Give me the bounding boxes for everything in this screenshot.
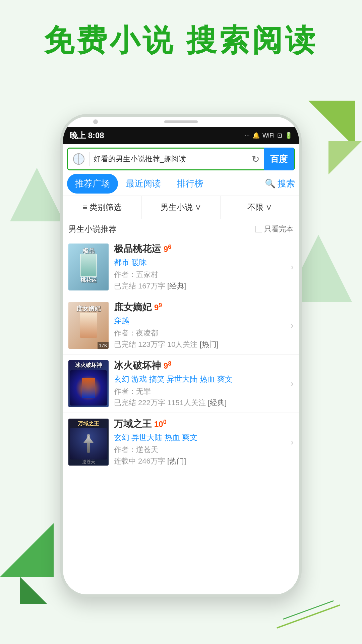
phone-camera bbox=[93, 119, 98, 124]
book-arrow-1: › bbox=[291, 320, 294, 331]
book-rating-0: 96 bbox=[164, 244, 171, 254]
battery-icon: 🔋 bbox=[285, 132, 292, 139]
bg-triangle-top-right bbox=[308, 101, 355, 148]
book-title-row-3: 万域之王 100 bbox=[114, 418, 288, 430]
search-label: 搜索 bbox=[278, 178, 295, 190]
screen-icon: ⊡ bbox=[277, 132, 282, 139]
book-info-1: 庶女嫡妃 99 穿越 作者：夜凌都 已完结 123万字 10人关注 [热门] bbox=[114, 301, 288, 350]
bg-triangle-bottom-left bbox=[0, 523, 54, 577]
url-divider bbox=[89, 152, 90, 166]
book-genre-3: 玄幻 异世大陆 热血 爽文 bbox=[114, 432, 288, 443]
status-bar: 晚上 8:08 ··· 🔔 WiFi ⊡ 🔋 bbox=[63, 127, 299, 144]
filter-gender[interactable]: 男生小说 ∨ bbox=[142, 196, 221, 219]
book-item-0[interactable]: 极品 桃花运 极品桃花运 96 都市 暖昧 作者：五家村 已完结 167万字 [… bbox=[63, 238, 299, 296]
book-genre-1: 穿越 bbox=[114, 316, 288, 326]
book-item-3[interactable]: 万域之王 逆苍天 万域之王 100 玄幻 异世大陆 热血 爽文 作者：逆苍天 连… bbox=[63, 413, 299, 471]
tab-ranking[interactable]: 排行榜 bbox=[169, 174, 211, 194]
book-cover-3: 万域之王 逆苍天 bbox=[68, 419, 109, 466]
book-author-3: 作者：逆苍天 bbox=[114, 445, 288, 455]
bg-triangle-mid-right bbox=[328, 141, 362, 174]
page-title: 免费小说 搜索阅读 bbox=[0, 20, 362, 61]
book-arrow-3: › bbox=[291, 437, 294, 447]
tab-search[interactable]: 🔍 搜索 bbox=[265, 178, 295, 190]
phone-top bbox=[63, 117, 299, 127]
book-rating-3: 100 bbox=[154, 419, 167, 429]
filter-category[interactable]: ≡ 类别筛选 bbox=[63, 196, 142, 219]
book-author-0: 作者：五家村 bbox=[114, 270, 288, 280]
book-genre-2: 玄幻 游戏 搞笑 异世大陆 热血 爽文 bbox=[114, 374, 288, 384]
mute-icon: 🔔 bbox=[252, 132, 260, 139]
book-item-2[interactable]: 冰火破坏神 冰火破坏神 98 玄幻 游戏 搞笑 异世大陆 热血 爽文 作者：无罪… bbox=[63, 355, 299, 413]
book-meta-2: 已完结 222万字 1151人关注 [经典] bbox=[114, 398, 288, 408]
globe-icon bbox=[73, 153, 84, 165]
book-cover-2: 冰火破坏神 bbox=[68, 360, 109, 407]
status-icons: ··· 🔔 WiFi ⊡ 🔋 bbox=[245, 132, 292, 139]
book-arrow-2: › bbox=[291, 378, 294, 389]
status-time: 晚上 8:08 bbox=[70, 130, 104, 141]
book-list: 极品 桃花运 极品桃花运 96 都市 暖昧 作者：五家村 已完结 167万字 [… bbox=[63, 238, 299, 471]
book-title-row-1: 庶女嫡妃 99 bbox=[114, 301, 288, 314]
book-rating-2: 98 bbox=[164, 360, 171, 371]
refresh-button[interactable]: ↻ bbox=[247, 151, 264, 167]
book-info-2: 冰火破坏神 98 玄幻 游戏 搞笑 异世大陆 热血 爽文 作者：无罪 已完结 2… bbox=[114, 359, 288, 408]
phone-mockup: 晚上 8:08 ··· 🔔 WiFi ⊡ 🔋 好看的男生小说推荐_趣阅读 ↻ 百… bbox=[60, 114, 302, 597]
only-complete-label: 只看完本 bbox=[264, 224, 294, 234]
only-complete-filter[interactable]: 只看完本 bbox=[255, 224, 294, 234]
book-cover-0: 极品 桃花运 bbox=[68, 244, 109, 290]
book-title-0: 极品桃花运 bbox=[114, 243, 161, 255]
book-author-1: 作者：夜凌都 bbox=[114, 328, 288, 338]
filter-bar: ≡ 类别筛选 男生小说 ∨ 不限 ∨ bbox=[63, 196, 299, 219]
wifi-icon: WiFi bbox=[262, 132, 275, 139]
book-rating-1: 99 bbox=[154, 302, 162, 312]
cover-label-1: 17K bbox=[98, 342, 109, 349]
filter-limit[interactable]: 不限 ∨ bbox=[221, 196, 299, 219]
phone-speaker bbox=[164, 120, 198, 123]
book-author-2: 作者：无罪 bbox=[114, 386, 288, 396]
tab-recommended[interactable]: 推荐广场 bbox=[67, 174, 118, 194]
book-info-0: 极品桃花运 96 都市 暖昧 作者：五家村 已完结 167万字 [经典] bbox=[114, 243, 288, 291]
tab-recent[interactable]: 最近阅读 bbox=[118, 174, 169, 194]
book-title-2: 冰火破坏神 bbox=[114, 359, 161, 372]
bg-line-1 bbox=[277, 604, 340, 629]
bg-triangle-left bbox=[10, 168, 64, 221]
signal-icon: ··· bbox=[245, 132, 250, 139]
browser-bar: 好看的男生小说推荐_趣阅读 ↻ 百度 bbox=[67, 148, 295, 170]
book-info-3: 万域之王 100 玄幻 异世大陆 热血 爽文 作者：逆苍天 连载中 246万字 … bbox=[114, 418, 288, 466]
book-meta-1: 已完结 123万字 10人关注 [热门] bbox=[114, 339, 288, 350]
book-genre-0: 都市 暖昧 bbox=[114, 257, 288, 268]
book-meta-0: 已完结 167万字 [经典] bbox=[114, 281, 288, 291]
book-title-row-0: 极品桃花运 96 bbox=[114, 243, 288, 255]
book-cover-1: 庶女嫡妃 17K bbox=[68, 302, 109, 349]
book-arrow-0: › bbox=[291, 262, 294, 272]
section-header: 男生小说推荐 只看完本 bbox=[63, 219, 299, 238]
url-text[interactable]: 好看的男生小说推荐_趣阅读 bbox=[94, 154, 247, 164]
globe-container bbox=[71, 152, 86, 166]
section-title: 男生小说推荐 bbox=[68, 224, 117, 234]
book-meta-3: 连载中 246万字 [热门] bbox=[114, 456, 288, 466]
book-title-row-2: 冰火破坏神 98 bbox=[114, 359, 288, 372]
book-title-3: 万域之王 bbox=[114, 418, 152, 430]
tab-bar: 推荐广场 最近阅读 排行榜 🔍 搜索 bbox=[63, 174, 299, 194]
search-icon: 🔍 bbox=[265, 178, 276, 189]
baidu-button[interactable]: 百度 bbox=[264, 148, 294, 170]
book-title-1: 庶女嫡妃 bbox=[114, 301, 152, 314]
bg-triangle-bottom-left-2 bbox=[20, 577, 47, 604]
book-item-1[interactable]: 庶女嫡妃 17K 庶女嫡妃 99 穿越 作者：夜凌都 已完结 123万字 10人… bbox=[63, 296, 299, 355]
only-complete-checkbox[interactable] bbox=[255, 226, 262, 232]
